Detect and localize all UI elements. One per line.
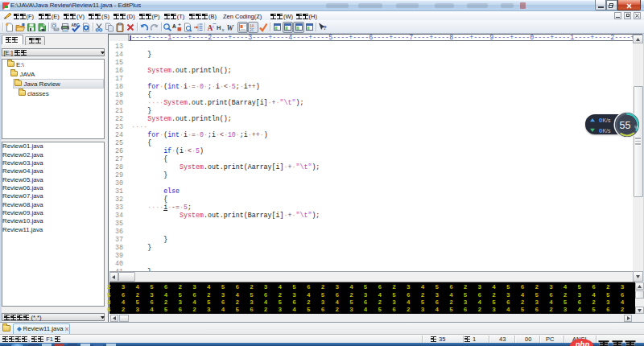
svg-text:t: t: [213, 24, 214, 29]
svg-text:2C: 2C: [250, 27, 254, 31]
svg-text:?: ?: [323, 24, 327, 31]
svg-text:x: x: [222, 27, 225, 31]
svg-text:55: 55: [619, 119, 630, 130]
svg-text:%: %: [634, 124, 639, 129]
svg-text:H: H: [217, 24, 221, 31]
svg-text:W: W: [227, 23, 234, 31]
svg-text:A: A: [172, 23, 176, 28]
